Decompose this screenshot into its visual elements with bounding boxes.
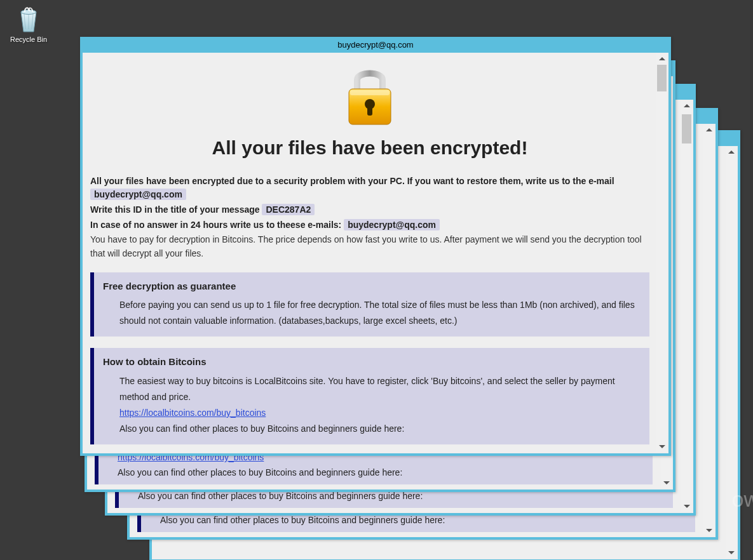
lock-icon bbox=[90, 60, 649, 130]
window-title: buydecrypt@qq.com bbox=[83, 38, 668, 53]
howto-text-2: Also you can find other places to buy Bi… bbox=[119, 423, 404, 434]
frag-also-text: Also you can find other places to buy Bi… bbox=[118, 467, 402, 477]
guarantee-title: Free decryption as guarantee bbox=[103, 279, 638, 293]
frag-also-text: Also you can find other places to buy Bi… bbox=[138, 491, 423, 501]
svg-rect-2 bbox=[350, 90, 390, 95]
scroll-up-button[interactable] bbox=[703, 124, 714, 135]
howto-text-1: The easiest way to buy bitcoins is Local… bbox=[119, 376, 615, 402]
svg-rect-4 bbox=[367, 105, 372, 116]
scroll-down-button[interactable] bbox=[656, 441, 667, 452]
headline: All your files have been encrypted! bbox=[90, 133, 649, 163]
scroll-thumb[interactable] bbox=[657, 65, 667, 91]
intro-text: All your files have been encrypted due t… bbox=[90, 176, 614, 186]
ransom-content: All your files have been encrypted! All … bbox=[90, 57, 649, 448]
noanswer-text: In case of no answer in 24 hours write u… bbox=[90, 220, 344, 230]
recycle-bin-label: Recycle Bin bbox=[6, 36, 51, 43]
id-paragraph: Write this ID in the title of your messa… bbox=[90, 203, 649, 217]
scrollbar[interactable] bbox=[726, 147, 736, 558]
id-line-text: Write this ID in the title of your messa… bbox=[90, 204, 262, 215]
scroll-down-button[interactable] bbox=[726, 547, 736, 558]
scroll-thumb[interactable] bbox=[682, 114, 691, 143]
contact-email-1: buydecrypt@qq.com bbox=[90, 189, 186, 200]
howto-block: How to obtain Bitcoins The easiest way t… bbox=[90, 348, 649, 444]
recycle-bin-desktop-icon[interactable]: Recycle Bin bbox=[6, 4, 51, 43]
recycle-bin-icon bbox=[13, 4, 44, 34]
guarantee-block: Free decryption as guarantee Before payi… bbox=[90, 272, 649, 337]
intro-paragraph: All your files have been encrypted due t… bbox=[90, 175, 649, 202]
scrollbar[interactable] bbox=[681, 100, 692, 512]
guarantee-text: Before paying you can send us up to 1 fi… bbox=[103, 297, 638, 329]
scroll-down-button[interactable] bbox=[703, 525, 714, 536]
contact-email-2: buydecrypt@qq.com bbox=[344, 219, 440, 230]
scroll-up-button[interactable] bbox=[681, 100, 692, 111]
payment-paragraph: You have to pay for decryption in Bitcoi… bbox=[90, 233, 649, 260]
howto-title: How to obtain Bitcoins bbox=[103, 354, 638, 369]
scrollbar[interactable] bbox=[703, 124, 714, 536]
ransom-window-front[interactable]: buydecrypt@qq.com bbox=[80, 37, 671, 456]
scroll-up-button[interactable] bbox=[656, 53, 667, 64]
scrollbar[interactable] bbox=[656, 53, 667, 452]
scroll-down-button[interactable] bbox=[681, 501, 692, 512]
noanswer-paragraph: In case of no answer in 24 hours write u… bbox=[90, 218, 649, 232]
scroll-up-button[interactable] bbox=[726, 147, 736, 157]
message-id: DEC287A2 bbox=[262, 204, 315, 215]
scroll-down-button[interactable] bbox=[661, 477, 672, 488]
frag-also-text: Also you can find other places to buy Bi… bbox=[160, 515, 445, 525]
localbitcoins-link[interactable]: https://localbitcoins.com/buy_bitcoins bbox=[119, 408, 266, 418]
